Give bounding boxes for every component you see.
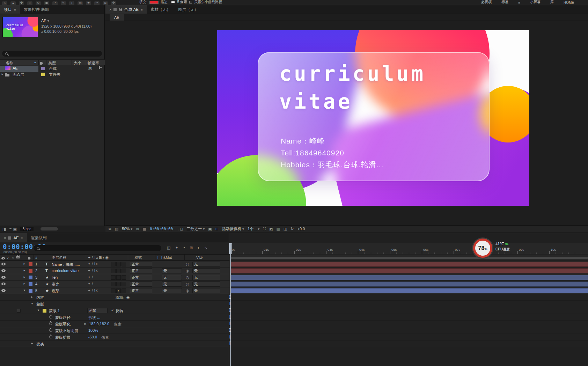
- graph-editor-icon[interactable]: ∿: [204, 246, 207, 250]
- parent-column-label[interactable]: 父级: [196, 255, 203, 260]
- trkmat-column-label[interactable]: TrkMat: [161, 255, 172, 259]
- invert-checkbox[interactable]: ✓: [111, 308, 114, 312]
- trkmat-dropdown[interactable]: 无▾: [162, 268, 182, 273]
- column-framerate[interactable]: 帧速率: [88, 60, 99, 66]
- parent-pickwhip-icon[interactable]: ◎: [186, 275, 189, 280]
- clone-tool-icon[interactable]: ⧉: [103, 1, 108, 5]
- timeline-tab-comp[interactable]: × AE ≡: [0, 233, 27, 242]
- frame-blending-icon[interactable]: ⊞: [190, 246, 193, 250]
- label-color-chip[interactable]: [41, 73, 45, 76]
- twirl-icon[interactable]: ►: [23, 276, 26, 279]
- panel-menu-icon[interactable]: ≡: [14, 8, 16, 12]
- project-bit-depth-button[interactable]: 8 bpc: [20, 227, 34, 231]
- parent-pickwhip-icon[interactable]: ◎: [186, 288, 189, 293]
- parent-dropdown[interactable]: 无▾: [192, 288, 220, 293]
- workspace-small-screen[interactable]: 小屏幕: [530, 0, 541, 5]
- tab-project[interactable]: 项目 ≡: [0, 5, 20, 14]
- project-search-input[interactable]: [2, 51, 102, 57]
- layer-switches[interactable]: ✦∖: [88, 282, 94, 286]
- lock-icon[interactable]: [119, 9, 122, 11]
- blend-mode-dropdown[interactable]: 正常▾: [130, 268, 152, 273]
- layer-row-5[interactable]: ▼ 5 ★ 底部 ✦∖fx ◐ 正常▾ 无▾ ◎ 无▾: [0, 287, 229, 294]
- column-type[interactable]: 类型: [48, 60, 56, 66]
- label-color-chip[interactable]: [29, 262, 32, 266]
- twirl-icon[interactable]: ►: [1, 73, 4, 76]
- twirl-icon[interactable]: ►: [23, 269, 26, 272]
- timeline-tab-render-queue[interactable]: 渲染队列: [27, 233, 51, 242]
- new-composition-icon[interactable]: ▣: [13, 227, 16, 231]
- composition-mini-flowchart-icon[interactable]: ◫: [167, 246, 170, 250]
- layer-switches[interactable]: ✦∖fx: [88, 269, 98, 272]
- resolution-dropdown[interactable]: 二分之一▾: [186, 226, 205, 232]
- workspace-home[interactable]: HOME: [564, 1, 574, 5]
- text-tool-icon[interactable]: T: [69, 1, 74, 5]
- mask-feather-value[interactable]: 182.0,182.0: [89, 322, 109, 326]
- parent-dropdown[interactable]: 无▾: [192, 275, 220, 280]
- fill-color-swatch[interactable]: [149, 1, 159, 4]
- pen-tool-icon[interactable]: ✎: [61, 1, 66, 5]
- twirl-icon[interactable]: ►: [31, 342, 34, 345]
- workspace-menu-icon[interactable]: ≡: [518, 1, 520, 5]
- current-time-indicator[interactable]: [230, 243, 231, 366]
- layer-row-1[interactable]: ► 1 T Name：峰峰...... ✦∖fx 正常▾ ◎ 无▾: [0, 261, 229, 268]
- zoom-tool-icon[interactable]: ◌: [27, 1, 32, 5]
- label-color-chip[interactable]: [41, 67, 45, 70]
- prop-row-masks[interactable]: ▼ 蒙版: [0, 301, 229, 307]
- selection-tool-icon[interactable]: ▴: [10, 1, 16, 5]
- choose-grid-icon[interactable]: ⊕: [136, 227, 139, 231]
- rotation-tool-icon[interactable]: ◔: [52, 1, 58, 5]
- work-area-bar[interactable]: [230, 257, 588, 259]
- tab-layer[interactable]: 图层（无）: [174, 5, 202, 14]
- mask-mode-dropdown[interactable]: 相加▾: [87, 308, 108, 313]
- time-ruler[interactable]: 0s 01s 02s 03s 04s 05s 06s 07s 08s 09s 1…: [229, 243, 588, 254]
- pixel-aspect-icon[interactable]: ⛶: [263, 227, 266, 231]
- project-row-folder[interactable]: ► 固态层 文件夹: [0, 71, 105, 77]
- puppet-tool-icon[interactable]: ✛: [111, 1, 116, 5]
- prop-row-transform[interactable]: ► 变换: [0, 341, 229, 347]
- close-icon[interactable]: ×: [109, 7, 111, 12]
- hand-tool-icon[interactable]: ✣: [19, 1, 24, 5]
- mask-expansion-value[interactable]: -59.0: [88, 335, 97, 339]
- viewer-timecode[interactable]: 0:00:00:00: [150, 227, 173, 231]
- layer-row-4[interactable]: ► 4 ★ 高光 ✦∖ 正常▾ 无▾ ◎ 无▾: [0, 281, 229, 287]
- timeline-button-icon[interactable]: ▥: [276, 227, 280, 231]
- bezier-checkbox[interactable]: [189, 1, 192, 3]
- parent-pickwhip-icon[interactable]: ◎: [186, 269, 189, 273]
- tab-effect-controls[interactable]: 效果控件 底部: [20, 5, 53, 14]
- parent-dropdown[interactable]: 无▾: [192, 268, 220, 273]
- parent-dropdown[interactable]: 无▾: [192, 262, 220, 267]
- sort-ascending-icon[interactable]: ▲: [34, 60, 37, 64]
- layer-name-column-label[interactable]: 图层名称: [52, 255, 66, 260]
- composition-thumbnail[interactable]: curriculumvitae: [3, 17, 38, 37]
- twirl-icon[interactable]: ▼: [23, 289, 26, 292]
- twirl-icon[interactable]: ►: [23, 282, 26, 285]
- layer-switches[interactable]: ✦∖fx: [88, 262, 98, 266]
- panel-menu-icon[interactable]: ≡: [21, 236, 23, 240]
- label-color-chip[interactable]: [29, 269, 32, 273]
- home-tool-icon[interactable]: ⌂: [2, 1, 7, 5]
- camera-dropdown[interactable]: 活动摄像机▾: [222, 226, 244, 232]
- label-color-chip[interactable]: [29, 282, 32, 286]
- current-time-indicator-handle[interactable]: [229, 243, 232, 254]
- transparency-grid-icon[interactable]: ⊞: [215, 227, 219, 231]
- orbit-tool-icon[interactable]: ↻: [36, 1, 41, 5]
- project-row-composition[interactable]: AE 合成 30: [0, 65, 105, 71]
- trkmat-dropdown[interactable]: 无▾: [162, 288, 182, 293]
- workspace-libraries[interactable]: 库: [550, 0, 554, 5]
- flowchart-icon[interactable]: ◫: [284, 227, 287, 231]
- flag-dropdown-icon[interactable]: ▾: [47, 19, 49, 23]
- trkmat-dropdown[interactable]: 无▾: [162, 281, 182, 287]
- layer-duration-bar[interactable]: [230, 275, 588, 280]
- show-snapshot-icon[interactable]: ◻: [180, 227, 183, 231]
- layer-duration-bar[interactable]: [230, 262, 588, 267]
- selected-item-name[interactable]: AE: [41, 19, 46, 23]
- prop-row-mask1[interactable]: ▼ 蒙版 1 相加▾ ✓ 反转: [0, 307, 229, 314]
- prop-row-mask-opacity[interactable]: 蒙版不透明度 100%: [0, 327, 229, 334]
- draft-3d-icon[interactable]: ✦: [175, 246, 178, 250]
- twirl-icon[interactable]: ►: [23, 262, 26, 265]
- label-color-chip[interactable]: [29, 276, 32, 279]
- twirl-icon[interactable]: ▼: [31, 302, 34, 305]
- hide-shy-layers-icon[interactable]: ◔: [183, 246, 185, 250]
- twirl-icon[interactable]: ►: [31, 295, 34, 299]
- close-icon[interactable]: ×: [4, 236, 6, 240]
